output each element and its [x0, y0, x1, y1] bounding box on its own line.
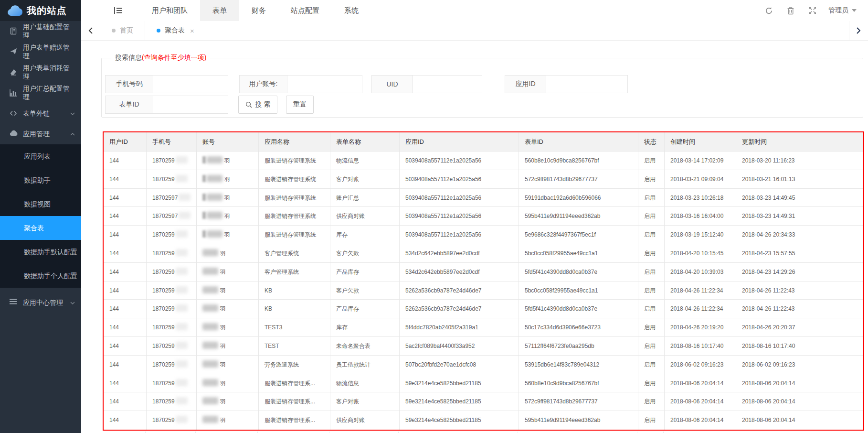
cell-phone: 1870259 [147, 244, 197, 263]
chevron-down-icon [70, 112, 75, 115]
account-fragment [202, 194, 206, 201]
menu-icon [10, 299, 18, 307]
cell-account: 羽 [197, 244, 259, 263]
nav-item-forms[interactable]: 表单 [200, 0, 239, 21]
account-redaction [207, 230, 222, 238]
cell-app-name: KB [259, 281, 330, 300]
sidebar-collapse-icon[interactable] [110, 0, 126, 21]
cell-created: 2018-04-20 10:39:03 [665, 263, 736, 281]
sidebar-subitem-data-view[interactable]: 数据视图 [0, 192, 81, 216]
nav-item-system[interactable]: 系统 [332, 0, 371, 21]
sidebar-item-user-form-consume[interactable]: 用户表单消耗管理 [0, 62, 81, 83]
cell-status: 启用 [638, 356, 665, 374]
sidebar-item-app-management[interactable]: 应用管理 [0, 124, 81, 144]
results-table: 用户ID 手机号 账号 应用名称 表单名称 应用ID 表单ID 状态 创建时间 … [103, 131, 864, 431]
tabs-scroll-left-icon[interactable] [81, 21, 100, 40]
phone-redaction [176, 175, 188, 182]
uid-input[interactable] [413, 76, 482, 93]
table-row: 144 1870259 羽 KB 客户欠款 5262a536cb9a787e24… [104, 281, 863, 300]
sidebar-item-user-form-gift[interactable]: 用户表单赠送管理 [0, 42, 81, 62]
reset-button[interactable]: 重置 [286, 96, 314, 114]
cell-user-id: 144 [104, 392, 147, 411]
cell-status: 启用 [638, 374, 665, 393]
top-bar-actions: 管理员 [758, 0, 861, 21]
cell-user-id: 144 [104, 318, 147, 337]
cell-form-name: 物流信息 [330, 374, 400, 393]
cell-user-id: 144 [104, 226, 147, 244]
cell-app-id: 59e3214e4ce5825bbed21185 [400, 392, 519, 411]
sidebar-item-app-center-management[interactable]: 应用中心管理 [0, 292, 81, 313]
cell-account: 羽 [197, 337, 259, 356]
tab-label: 首页 [120, 26, 133, 35]
cell-account: 羽 [197, 300, 259, 318]
cell-form-id: 53915db6e14f83c789e04312 [519, 356, 638, 374]
cell-updated: 2018-08-16 10:17:40 [736, 337, 863, 356]
account-redaction [202, 286, 218, 293]
phone-redaction [176, 342, 188, 349]
cell-updated: 2018-04-23 14:29:26 [736, 263, 863, 281]
sidebar-subitem-aggregate-table[interactable]: 聚合表 [0, 216, 81, 240]
search-button[interactable]: 搜 索 [238, 96, 277, 114]
sidebar-item-label: 用户汇总配置管理 [23, 85, 75, 102]
brand-logo[interactable]: 我的站点 [0, 0, 81, 21]
tab-aggregate-table[interactable]: 聚合表 × [145, 21, 206, 40]
sidebar-subitem-app-list[interactable]: 应用列表 [0, 144, 81, 168]
account-redaction [202, 268, 218, 275]
account-input[interactable] [287, 76, 362, 93]
cell-user-id: 144 [104, 356, 147, 374]
cell-app-name: 服装进销存管理系统 [259, 152, 330, 170]
send-icon [10, 48, 18, 56]
close-icon[interactable]: × [190, 27, 194, 35]
form-id-input[interactable] [153, 96, 228, 113]
cell-status: 启用 [638, 244, 665, 263]
tabs-scroll-right-icon[interactable] [849, 21, 868, 40]
cell-phone: 1870259 [147, 170, 197, 189]
trash-icon[interactable] [780, 0, 802, 21]
cell-form-id: 5fd5f41c4390dd8d0ca0b37e [519, 263, 638, 281]
sidebar-subitem-assistant-default-config[interactable]: 数据助手默认配置 [0, 240, 81, 264]
cell-updated: 2018-04-26 20:34:33 [736, 226, 863, 244]
cell-app-name: 服装进销存管理系统 [259, 226, 330, 244]
chevron-down-icon [852, 9, 857, 12]
cell-created: 2018-03-21 09:09:04 [665, 170, 736, 189]
cell-status: 启用 [638, 189, 665, 207]
cell-updated: 2018-03-20 11:16:23 [736, 152, 863, 170]
table-row: 144 1870259 羽 服装进销存管理系... 物流信息 59e3214e4… [104, 374, 863, 393]
cell-form-id: 572c9ff981743d8b29677737 [519, 392, 638, 411]
uid-field-group: UID [371, 75, 482, 93]
fullscreen-icon[interactable] [802, 0, 824, 21]
account-redaction [202, 416, 218, 423]
sidebar-subitem-data-assistant[interactable]: 数据助手 [0, 168, 81, 192]
account-redaction [207, 175, 222, 182]
cell-user-id: 144 [104, 337, 147, 356]
cell-form-id: 5bc0cc058f29955ae49cc1a1 [519, 281, 638, 300]
admin-dropdown[interactable]: 管理员 [824, 6, 861, 15]
nav-item-users-teams[interactable]: 用户和团队 [139, 0, 200, 21]
cell-account: 羽 [197, 374, 259, 393]
refresh-icon[interactable] [758, 0, 780, 21]
cell-updated: 2018-03-23 14:49:45 [736, 189, 863, 207]
sidebar-subitem-assistant-personal-config[interactable]: 数据助手个人配置 [0, 264, 81, 288]
cell-form-id: 5e9686c328f4497367f5ec1f [519, 226, 638, 244]
tab-home[interactable]: 首页 [100, 21, 145, 40]
cell-app-name: 服装进销存管理系... [259, 411, 330, 430]
cell-account: 羽 [197, 226, 259, 244]
col-header-form-id: 表单ID [519, 132, 638, 152]
site-title: 我的站点 [27, 4, 67, 17]
phone-input[interactable] [153, 76, 228, 93]
cell-form-name: 客户欠款 [330, 244, 400, 263]
sidebar-item-user-summary-config[interactable]: 用户汇总配置管理 [0, 83, 81, 103]
cell-app-id: 534d2c642ebb5897ee2d0cdf [400, 263, 519, 281]
app-id-input[interactable] [546, 76, 627, 93]
cell-updated: 2018-04-26 11:22:43 [736, 300, 863, 318]
nav-item-finance[interactable]: 财务 [239, 0, 278, 21]
cell-account: 羽 [197, 152, 259, 170]
sidebar-item-user-basic-config[interactable]: 用户基础配置管理 [0, 21, 81, 42]
nav-item-site-config[interactable]: 站点配置 [278, 0, 332, 21]
chevron-up-icon [70, 133, 75, 136]
cell-phone: 18702597 [147, 207, 197, 226]
search-panel: 搜索信息(查询条件至少填一项) 手机号码 用户账号: UID 应用ID 表单ID [101, 54, 863, 118]
phone-redaction [176, 323, 188, 330]
sidebar-item-form-external-link[interactable]: 表单外链 [0, 103, 81, 124]
sidebar-item-label: 应用管理 [23, 130, 50, 139]
